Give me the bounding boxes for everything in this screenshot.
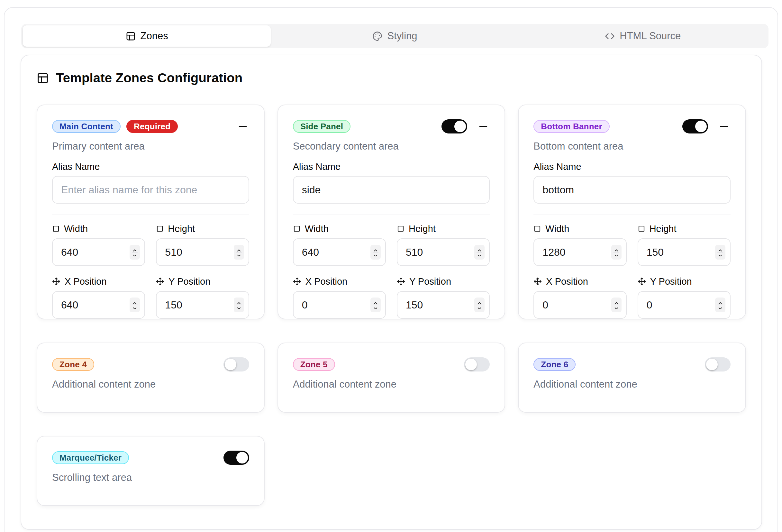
- chevron-down-icon: [613, 253, 619, 256]
- page-title: Template Zones Configuration: [56, 71, 243, 85]
- x-position-label: X Position: [306, 276, 348, 287]
- tab-zones[interactable]: Zones: [23, 26, 271, 47]
- zone-enabled-toggle[interactable]: [682, 119, 708, 134]
- alias-name-label: Alias Name: [293, 161, 490, 172]
- required-badge: Required: [127, 120, 178, 133]
- minus-icon: [718, 120, 730, 132]
- move-icon: [52, 277, 61, 286]
- layout-panel-icon: [37, 72, 49, 84]
- tab-styling-label: Styling: [387, 30, 417, 42]
- square-icon: [638, 225, 645, 233]
- number-stepper[interactable]: [130, 297, 140, 312]
- chevron-up-icon: [132, 301, 138, 304]
- tab-html-source[interactable]: HTML Source: [519, 26, 767, 47]
- width-label: Width: [64, 223, 88, 235]
- move-icon: [156, 277, 164, 286]
- zone-card-side-panel: Side Panel Secondary content area Alias …: [278, 105, 505, 319]
- zone-description: Secondary content area: [293, 141, 490, 152]
- tab-bar: Zones Styling HTML Source: [21, 24, 769, 48]
- chevron-down-icon: [717, 253, 723, 256]
- chevron-up-icon: [476, 301, 482, 304]
- zone-card-marquee-ticker: Marquee/Ticker Scrolling text area: [37, 436, 264, 506]
- collapse-zone-button[interactable]: [718, 120, 731, 133]
- number-stepper[interactable]: [715, 297, 725, 312]
- section-header: Template Zones Configuration: [37, 71, 746, 85]
- number-stepper[interactable]: [370, 245, 381, 259]
- square-icon: [397, 225, 404, 233]
- square-icon: [293, 225, 300, 233]
- x-position-label: X Position: [546, 276, 588, 287]
- divider: [52, 215, 249, 215]
- number-stepper[interactable]: [370, 297, 381, 312]
- zone-name-badge: Zone 6: [533, 358, 576, 371]
- divider: [293, 215, 490, 215]
- zone-description: Scrolling text area: [52, 472, 249, 484]
- square-icon: [156, 225, 164, 233]
- zone-enabled-toggle[interactable]: [705, 357, 731, 371]
- chevron-down-icon: [132, 253, 138, 256]
- chevron-up-icon: [373, 301, 379, 304]
- zone-name-badge: Marquee/Ticker: [52, 451, 129, 464]
- zone-description: Additional content zone: [52, 379, 249, 390]
- height-label: Height: [409, 223, 436, 235]
- chevron-up-icon: [373, 248, 379, 251]
- collapse-zone-button[interactable]: [236, 120, 249, 133]
- number-stepper[interactable]: [715, 245, 725, 259]
- chevron-up-icon: [476, 248, 482, 251]
- minus-icon: [237, 120, 249, 132]
- zone-card-bottom-banner: Bottom Banner Bottom content area Alias …: [518, 105, 746, 319]
- alias-name-label: Alias Name: [533, 161, 731, 172]
- zone-enabled-toggle[interactable]: [464, 357, 490, 371]
- y-position-label: Y Position: [409, 276, 451, 287]
- number-stepper[interactable]: [234, 245, 244, 259]
- app-container: Zones Styling HTML Source Template Zones…: [4, 7, 778, 532]
- width-label: Width: [305, 223, 329, 235]
- zone-description: Primary content area: [52, 141, 249, 152]
- chevron-down-icon: [132, 306, 138, 309]
- chevron-up-icon: [613, 301, 619, 304]
- number-stepper[interactable]: [474, 297, 485, 312]
- number-stepper[interactable]: [611, 297, 621, 312]
- zone-name-badge: Main Content: [52, 120, 120, 133]
- height-label: Height: [168, 223, 195, 235]
- alias-name-input[interactable]: [533, 176, 731, 204]
- chevron-down-icon: [476, 306, 482, 309]
- divider: [533, 215, 731, 215]
- tab-zones-label: Zones: [141, 30, 168, 42]
- zone-description: Bottom content area: [533, 141, 731, 152]
- zone-enabled-toggle[interactable]: [223, 357, 249, 371]
- chevron-up-icon: [236, 301, 242, 304]
- chevron-down-icon: [613, 306, 619, 309]
- zone-card-main-content: Main Content Required Primary content ar…: [37, 105, 264, 319]
- move-icon: [638, 277, 646, 286]
- chevron-down-icon: [236, 306, 242, 309]
- y-position-label: Y Position: [650, 276, 692, 287]
- layout-panel-icon: [126, 31, 136, 41]
- collapse-zone-button[interactable]: [477, 120, 490, 133]
- code-icon: [605, 31, 615, 41]
- number-stepper[interactable]: [130, 245, 140, 259]
- chevron-up-icon: [717, 248, 723, 251]
- zone-enabled-toggle[interactable]: [441, 119, 467, 134]
- tab-styling[interactable]: Styling: [271, 26, 519, 47]
- zone-name-badge: Zone 4: [52, 358, 94, 371]
- square-icon: [533, 225, 541, 233]
- zone-enabled-toggle[interactable]: [223, 451, 249, 465]
- palette-icon: [372, 31, 382, 41]
- number-stepper[interactable]: [611, 245, 621, 259]
- number-stepper[interactable]: [474, 245, 485, 259]
- zone-name-badge: Bottom Banner: [533, 120, 609, 133]
- alias-name-input[interactable]: [293, 176, 490, 204]
- number-stepper[interactable]: [234, 297, 244, 312]
- zones-config-section: Template Zones Configuration Main Conten…: [21, 55, 762, 530]
- y-position-label: Y Position: [169, 276, 210, 287]
- x-position-label: X Position: [65, 276, 107, 287]
- width-label: Width: [545, 223, 569, 235]
- chevron-up-icon: [236, 248, 242, 251]
- square-icon: [52, 225, 60, 233]
- alias-name-input[interactable]: [52, 176, 249, 204]
- zone-description: Additional content zone: [533, 379, 731, 390]
- minus-icon: [477, 120, 489, 132]
- chevron-down-icon: [236, 253, 242, 256]
- move-icon: [397, 277, 405, 286]
